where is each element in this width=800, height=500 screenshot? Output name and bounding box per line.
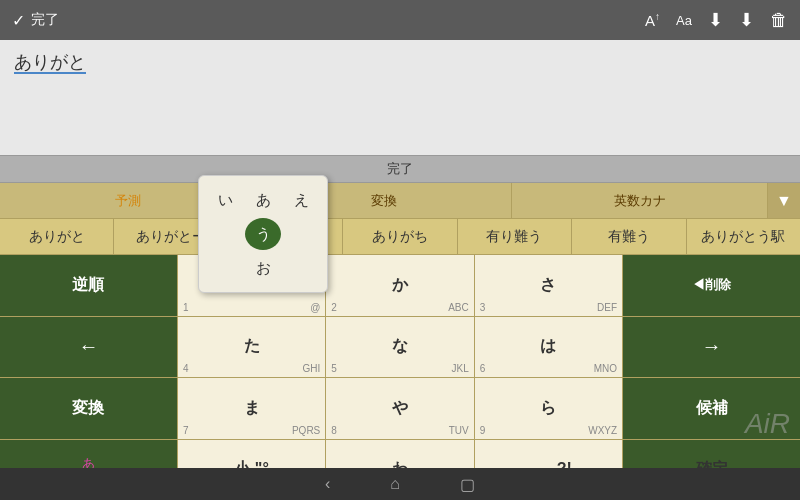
key-na[interactable]: な 5 JKL	[326, 317, 474, 378]
key-ha-sub1: 6	[480, 363, 486, 374]
kana-grid: い あ え う お	[207, 184, 319, 284]
key-ya-main: や	[392, 398, 408, 419]
import-icon[interactable]: ⬇	[739, 9, 754, 31]
candidate-0[interactable]: ありがと	[0, 219, 114, 254]
key-ta-main: た	[244, 336, 260, 357]
key-ma-sub1: 7	[183, 425, 189, 436]
done-area: 完了	[0, 155, 800, 183]
suggestion-eisukana[interactable]: 英数カナ	[512, 183, 768, 218]
font-size-icon[interactable]: Aa	[676, 13, 692, 28]
done-button[interactable]: 完了	[31, 11, 59, 29]
key-ta-sub2: GHI	[303, 363, 321, 374]
key-ya-sub1: 8	[331, 425, 337, 436]
key-row-1: 逆順 あ 1 @ か 2 ABC さ 3 DEF ◀削除	[0, 255, 800, 317]
key-na-main: な	[392, 336, 408, 357]
key-sa-main: さ	[540, 275, 556, 296]
key-henkan-label: 変換	[72, 398, 104, 419]
key-ra[interactable]: ら 9 WXYZ	[475, 378, 623, 439]
key-ha-main: は	[540, 336, 556, 357]
kana-i[interactable]: い	[207, 184, 243, 216]
key-delete-label: ◀削除	[692, 276, 731, 294]
key-ka-sub1: 2	[331, 302, 337, 313]
key-kouho-label: 候補	[696, 398, 728, 419]
top-bar: ✓ 完了 A↑ Aa ⬇ ⬇ 🗑	[0, 0, 800, 40]
key-a-sub1: 1	[183, 302, 189, 313]
key-delete[interactable]: ◀削除	[623, 255, 800, 316]
bottom-nav: ‹ ⌂ ▢	[0, 468, 800, 500]
key-ka[interactable]: か 2 ABC	[326, 255, 474, 316]
kana-a[interactable]: あ	[245, 184, 281, 216]
download-icon[interactable]: ⬇	[708, 9, 723, 31]
suggestion-bar: 予測 変換 英数カナ ▼	[0, 183, 800, 219]
key-row-2: ← た 4 GHI な 5 JKL は 6 MNO →	[0, 317, 800, 379]
text-area[interactable]: ありがと	[0, 40, 800, 170]
key-ra-sub2: WXYZ	[588, 425, 617, 436]
done-area-label[interactable]: 完了	[387, 160, 413, 178]
kana-e[interactable]: え	[283, 184, 319, 216]
candidate-6[interactable]: ありがとう駅	[687, 219, 800, 254]
key-gyokusen[interactable]: 逆順	[0, 255, 178, 316]
top-left-area: ✓ 完了	[12, 11, 59, 30]
key-sa-sub1: 3	[480, 302, 486, 313]
key-ka-main: か	[392, 275, 408, 296]
key-ta[interactable]: た 4 GHI	[178, 317, 326, 378]
nav-recents-icon[interactable]: ▢	[460, 475, 475, 494]
key-sa-sub2: DEF	[597, 302, 617, 313]
key-right-arrow[interactable]: →	[623, 317, 800, 378]
key-sa[interactable]: さ 3 DEF	[475, 255, 623, 316]
kana-popup: い あ え う お	[198, 175, 328, 293]
key-right-icon: →	[702, 335, 722, 358]
key-ha[interactable]: は 6 MNO	[475, 317, 623, 378]
nav-back-icon[interactable]: ‹	[325, 475, 330, 493]
key-ma-main: ま	[244, 398, 260, 419]
kana-o[interactable]: お	[245, 252, 281, 284]
key-rows: 逆順 あ 1 @ か 2 ABC さ 3 DEF ◀削除	[0, 255, 800, 500]
key-ya-sub2: TUV	[449, 425, 469, 436]
nav-home-icon[interactable]: ⌂	[390, 475, 400, 493]
key-ya[interactable]: や 8 TUV	[326, 378, 474, 439]
top-right-icons: A↑ Aa ⬇ ⬇ 🗑	[645, 9, 788, 31]
key-ma-sub2: PQRS	[292, 425, 320, 436]
trash-icon[interactable]: 🗑	[770, 10, 788, 31]
key-gyokusen-label: 逆順	[72, 275, 104, 296]
key-na-sub2: JKL	[451, 363, 468, 374]
key-row-3: 変換 ま 7 PQRS や 8 TUV ら 9 WXYZ 候補	[0, 378, 800, 440]
kana-u[interactable]: う	[245, 218, 281, 250]
key-a-sub2: @	[310, 302, 320, 313]
key-left-arrow[interactable]: ←	[0, 317, 178, 378]
key-ra-sub1: 9	[480, 425, 486, 436]
key-ka-sub2: ABC	[448, 302, 469, 313]
key-ha-sub2: MNO	[594, 363, 617, 374]
scroll-button[interactable]: ▼	[768, 183, 800, 218]
candidate-3[interactable]: ありがち	[343, 219, 457, 254]
key-na-sub1: 5	[331, 363, 337, 374]
key-left-icon: ←	[78, 335, 98, 358]
font-size-up-icon[interactable]: A↑	[645, 11, 660, 29]
candidate-5[interactable]: 有難う	[572, 219, 686, 254]
air-label: AiR	[745, 408, 790, 440]
checkmark-icon: ✓	[12, 11, 25, 30]
candidate-row: ありがと ありがとー ありがとう ありがち 有り難う 有難う ありがとう駅	[0, 219, 800, 255]
key-ma[interactable]: ま 7 PQRS	[178, 378, 326, 439]
keyboard: 予測 変換 英数カナ ▼ ありがと ありがとー ありがとう ありがち 有り難う …	[0, 183, 800, 500]
key-ra-main: ら	[540, 398, 556, 419]
text-content: ありがと	[14, 52, 86, 74]
key-ta-sub1: 4	[183, 363, 189, 374]
candidate-4[interactable]: 有り難う	[458, 219, 572, 254]
key-henkan[interactable]: 変換	[0, 378, 178, 439]
